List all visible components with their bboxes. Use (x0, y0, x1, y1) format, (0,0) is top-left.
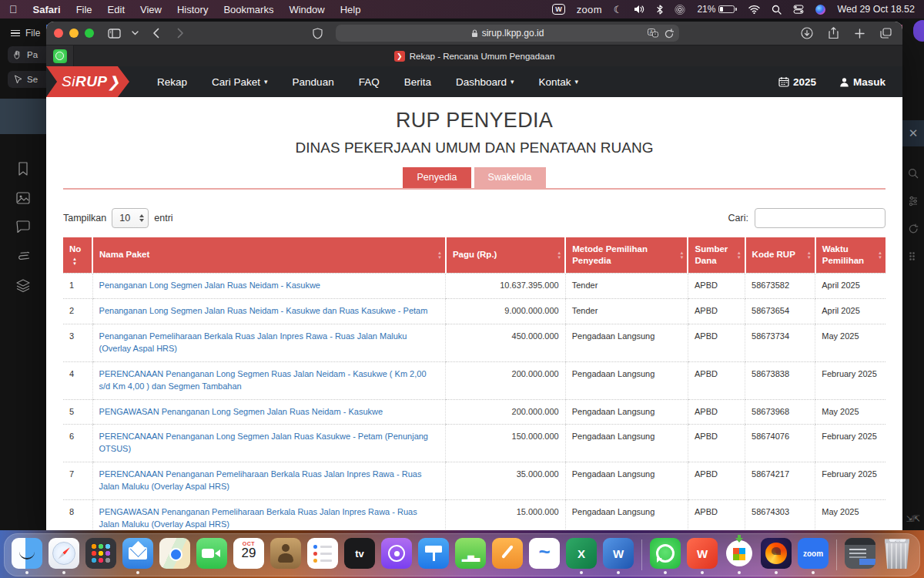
col-nama-paket[interactable]: Nama Paket▲▼ (92, 237, 446, 273)
menubar-clock[interactable]: Wed 29 Oct 18.52 (837, 4, 915, 15)
downloads-icon[interactable] (798, 25, 816, 42)
dock-item-installer[interactable] (722, 535, 756, 575)
tab-swakelola[interactable]: Swakelola (474, 167, 546, 188)
privacy-shield-icon[interactable] (308, 25, 326, 42)
col-kode-rup[interactable]: Kode RUP▲▼ (745, 237, 815, 273)
tab-overview-icon[interactable] (876, 25, 895, 42)
dock-item-contacts[interactable] (269, 535, 303, 575)
paket-link[interactable]: PERENCANAAN Penanganan Long Segmen Jalan… (99, 432, 428, 453)
nav-dashboard[interactable]: Dashboard▾ (445, 72, 525, 92)
siri-icon[interactable] (815, 5, 825, 15)
volume-icon[interactable] (634, 5, 645, 14)
paket-link[interactable]: PENGAWASAN Penanganan Long Segmen Jalan … (99, 407, 383, 416)
menu-bookmarks[interactable]: Bookmarks (223, 4, 273, 15)
minimize-window-button[interactable] (69, 29, 79, 38)
dock-item-keynote[interactable] (417, 535, 450, 575)
dock-item-downloads[interactable] (843, 535, 877, 575)
pan-tool-button[interactable]: Pa (8, 46, 46, 63)
dock-item-finder[interactable] (10, 535, 44, 575)
nav-kontak[interactable]: Kontak▾ (528, 72, 590, 92)
col-sumber-dana[interactable]: Sumber Dana▲▼ (688, 237, 745, 273)
share-icon[interactable] (824, 25, 842, 42)
bg-rotate-icon[interactable] (909, 223, 919, 234)
paket-link[interactable]: Penanganan Long Segmen Jalan Ruas Neidam… (99, 281, 320, 290)
control-center-icon[interactable] (793, 5, 804, 14)
dock-item-calendar[interactable]: OCT29 (232, 535, 266, 575)
year-selector[interactable]: 2025 (777, 72, 818, 92)
pinned-tab-whatsapp[interactable] (46, 45, 74, 66)
translate-icon[interactable]: A (648, 29, 658, 38)
active-tab[interactable]: ❯ Rekap - Rencana Umum Pengadaan (46, 51, 902, 62)
nav-berita[interactable]: Berita (393, 72, 442, 92)
login-button[interactable]: Masuk (838, 72, 887, 92)
sirup-logo[interactable]: SiRUP❯ (46, 66, 129, 97)
dock-item-firefox[interactable] (759, 535, 793, 575)
address-bar[interactable]: sirup.lkpp.go.id A (336, 25, 679, 42)
zoom-status-item[interactable]: zoom (577, 4, 602, 15)
image-icon[interactable] (16, 192, 30, 204)
col-waktu[interactable]: Waktu Pemilihan▲▼ (815, 237, 886, 273)
dock-item-numbers[interactable]: ▂▅▃ (454, 535, 487, 575)
spotlight-search-icon[interactable] (772, 5, 782, 15)
menu-help[interactable]: Help (340, 4, 361, 15)
dock-item-launchpad[interactable] (84, 535, 118, 575)
close-window-button[interactable] (54, 29, 63, 38)
dock-item-facetime[interactable] (195, 535, 229, 575)
dock-item-safari[interactable] (47, 535, 81, 575)
dock-item-mail[interactable] (121, 535, 155, 575)
menu-edit[interactable]: Edit (108, 4, 125, 15)
sidebar-toggle-icon[interactable] (105, 25, 123, 42)
reload-icon[interactable] (665, 29, 674, 39)
menu-history[interactable]: History (177, 4, 208, 15)
nav-panduan[interactable]: Panduan (282, 72, 345, 92)
col-pagu[interactable]: Pagu (Rp.)▲▼ (446, 237, 565, 273)
apple-menu-icon[interactable]:  (9, 4, 18, 15)
dock-item-podcasts[interactable] (380, 535, 413, 575)
airdrop-icon[interactable] (675, 5, 685, 15)
comment-icon[interactable] (16, 220, 30, 233)
bg-expand-icon[interactable]: ⇲⇱ (902, 514, 924, 524)
forward-button[interactable] (171, 25, 189, 42)
bg-search-icon[interactable] (908, 168, 919, 179)
paket-link[interactable]: PENGAWASAN Penanganan Pemeliharaan Berka… (99, 507, 417, 529)
col-metode[interactable]: Metode Pemilihan Penyedia▲▼ (565, 237, 688, 273)
menu-window[interactable]: Window (289, 4, 324, 15)
back-button[interactable] (146, 25, 165, 42)
paket-link[interactable]: PERENCANAAN Penanganan Pemeliharaan Berk… (99, 469, 422, 491)
dock-item-maps[interactable] (158, 535, 192, 575)
new-tab-icon[interactable] (850, 25, 869, 42)
layers-icon[interactable] (16, 279, 30, 292)
nav-faq[interactable]: FAQ (348, 72, 390, 92)
wifi-icon[interactable] (748, 5, 760, 14)
dock-item-pages[interactable] (490, 535, 524, 575)
dock-item-wps[interactable]: W (685, 535, 719, 575)
nav-cari-paket[interactable]: Cari Paket▾ (201, 72, 279, 92)
zoom-window-button[interactable] (85, 29, 94, 38)
search-input[interactable] (755, 208, 886, 228)
battery-indicator[interactable]: 21% (697, 4, 737, 15)
nav-rekap[interactable]: Rekap (146, 72, 198, 92)
bg-close-icon[interactable]: ✕ (902, 120, 924, 146)
bg-sliders-icon[interactable] (908, 196, 919, 207)
dock-item-appletv[interactable]: tv (343, 535, 377, 575)
menu-file[interactable]: File (76, 4, 92, 15)
page-size-select[interactable]: 10 (112, 208, 149, 228)
dock-item-trash[interactable] (880, 535, 914, 575)
attachment-icon[interactable] (17, 249, 29, 263)
tab-group-chevron-icon[interactable] (129, 25, 140, 42)
dock-item-excel[interactable]: X (564, 535, 598, 575)
select-tool-button[interactable]: Se (8, 71, 46, 88)
dock-item-freeform[interactable]: ~ (527, 535, 561, 575)
menu-view[interactable]: View (140, 4, 162, 15)
bluetooth-icon[interactable] (657, 5, 663, 15)
wps-status-icon[interactable]: W (552, 4, 565, 15)
tab-penyedia[interactable]: Penyedia (403, 167, 470, 188)
focus-moon-icon[interactable]: ☾ (614, 4, 623, 15)
dock-item-word[interactable]: W (601, 535, 635, 575)
dock-item-reminders[interactable] (306, 535, 340, 575)
bookmark-icon[interactable] (17, 162, 29, 176)
menu-safari[interactable]: Safari (33, 4, 61, 15)
paket-link[interactable]: Penanganan Pemeliharaan Berkala Ruas Jal… (99, 331, 407, 353)
paket-link[interactable]: PERENCANAAN Penanganan Long Segmen Ruas … (99, 369, 427, 391)
bg-grid-icon[interactable] (909, 251, 919, 261)
